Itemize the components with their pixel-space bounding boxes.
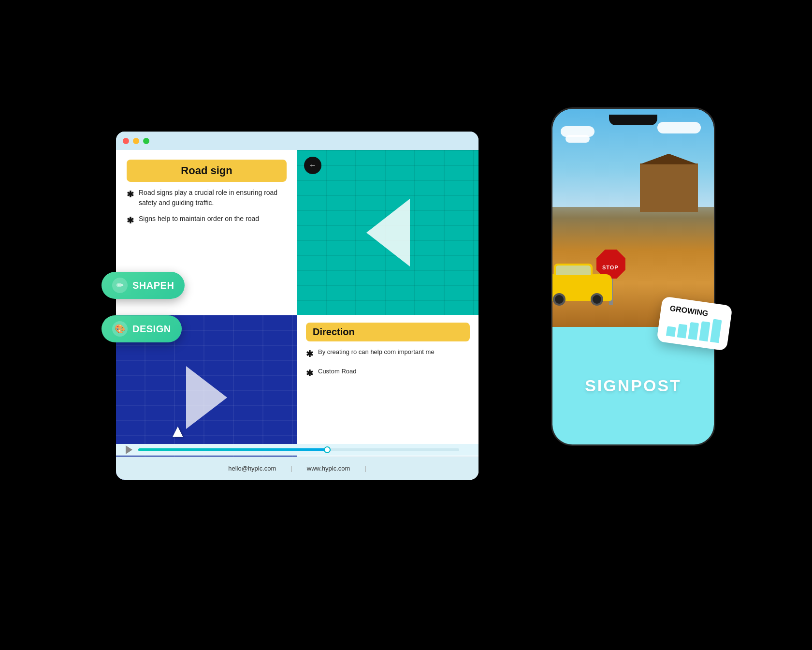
dot-green[interactable] bbox=[143, 138, 149, 144]
scene: Road sign ✱ Road signs play a crucial ro… bbox=[116, 107, 696, 543]
phone-screen: STOP SIGNPOST bbox=[552, 109, 714, 444]
direction-title: Direction bbox=[313, 326, 355, 337]
road-sign-title-box: Road sign bbox=[127, 160, 287, 182]
bullet-star-2: ✱ bbox=[127, 214, 134, 227]
bar-5 bbox=[710, 319, 722, 343]
bullet-star-1: ✱ bbox=[127, 188, 134, 201]
road-sign-text-1: Road signs play a crucial role in ensuri… bbox=[139, 188, 287, 208]
phone-notch bbox=[609, 115, 657, 125]
design-label: DESIGN bbox=[132, 324, 171, 335]
back-button[interactable]: ← bbox=[304, 157, 321, 174]
road-sign-bullet-2: ✱ Signs help to maintain order on the ro… bbox=[127, 214, 287, 227]
footer-sep-1: | bbox=[290, 465, 292, 472]
browser-window: Road sign ✱ Road signs play a crucial ro… bbox=[116, 132, 478, 480]
design-icon: 🎨 bbox=[112, 321, 128, 337]
shapeh-badge[interactable]: ✏ SHAPEH bbox=[102, 272, 185, 299]
footer-email: hello@hypic.com bbox=[228, 465, 276, 472]
right-arrow-icon bbox=[186, 366, 227, 429]
bar-2 bbox=[677, 324, 688, 338]
direction-text-1: By creating ro can help com important me bbox=[318, 347, 435, 357]
phone-building bbox=[640, 163, 698, 212]
taxi-wheel-right bbox=[591, 293, 603, 306]
design-badge[interactable]: 🎨 DESIGN bbox=[102, 315, 182, 342]
progress-bar-area bbox=[116, 444, 478, 456]
direction-title-box: Direction bbox=[306, 323, 470, 341]
bar-1 bbox=[666, 326, 676, 337]
road-sign-text-2: Signs help to maintain order on the road bbox=[139, 214, 259, 224]
taxi-window bbox=[556, 266, 591, 275]
road-sign-title: Road sign bbox=[181, 164, 232, 177]
taxi bbox=[552, 274, 612, 301]
phone-bottom-text: SIGNPOST bbox=[585, 376, 682, 395]
left-arrow-icon bbox=[366, 199, 410, 266]
taxi-wheel-left bbox=[553, 293, 566, 306]
footer-sep-2: | bbox=[364, 465, 366, 472]
direction-bullet-2: ✱ Custom Road bbox=[306, 367, 470, 380]
bar-4 bbox=[699, 321, 710, 341]
browser-footer: hello@hypic.com | www.hypic.com | bbox=[116, 457, 478, 480]
dot-yellow[interactable] bbox=[133, 138, 139, 144]
progress-fill bbox=[138, 448, 331, 451]
cloud-3 bbox=[657, 122, 701, 133]
dot-red[interactable] bbox=[123, 138, 129, 144]
browser-content: Road sign ✱ Road signs play a crucial ro… bbox=[116, 150, 478, 480]
stop-sign-text: STOP bbox=[602, 265, 619, 270]
teal-arrow-card: ← bbox=[297, 150, 478, 315]
browser-titlebar bbox=[116, 132, 478, 150]
phone-photo: STOP bbox=[552, 109, 714, 327]
shapeh-label: SHAPEH bbox=[132, 280, 174, 291]
direction-bullet-1: ✱ By creating ro can help com important … bbox=[306, 347, 470, 361]
growing-badge: GROWING bbox=[656, 296, 733, 351]
direction-star-1: ✱ bbox=[306, 348, 313, 361]
phone-frame: STOP SIGNPOST bbox=[551, 107, 715, 446]
play-button[interactable] bbox=[126, 445, 132, 454]
progress-track[interactable] bbox=[138, 448, 459, 451]
road-sign-bullet-1: ✱ Road signs play a crucial role in ensu… bbox=[127, 188, 287, 208]
bar-3 bbox=[688, 322, 699, 340]
shapeh-icon: ✏ bbox=[112, 278, 128, 293]
cloud-2 bbox=[566, 135, 590, 143]
growing-bars bbox=[666, 316, 721, 343]
direction-star-2: ✱ bbox=[306, 367, 313, 380]
progress-thumb[interactable] bbox=[324, 446, 331, 453]
cursor-icon: ▲ bbox=[169, 421, 187, 441]
direction-text-2: Custom Road bbox=[318, 367, 356, 376]
footer-website: www.hypic.com bbox=[307, 465, 350, 472]
